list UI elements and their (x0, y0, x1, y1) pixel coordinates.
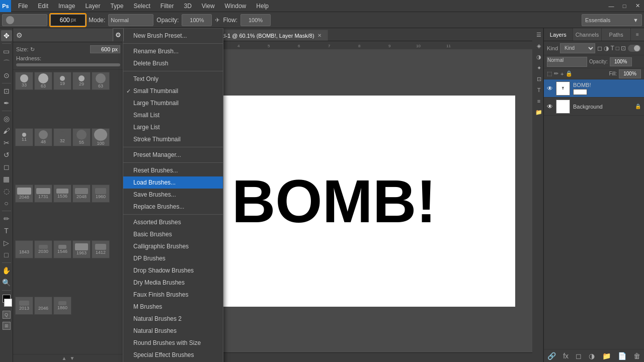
brush-preset[interactable]: 1843 (15, 240, 33, 258)
crop-tool[interactable]: ⊡ (1, 85, 12, 97)
brush-preset[interactable]: 48 (34, 128, 52, 146)
tab-paths[interactable]: Paths (602, 28, 631, 41)
adjustments-icon[interactable]: ◑ (534, 52, 543, 61)
ctx-basic-brushes[interactable]: Basic Brushes (123, 228, 223, 240)
brush-preset[interactable]: 1412 (92, 240, 110, 258)
menu-file[interactable]: File (13, 0, 33, 12)
lock-icon-position[interactable]: + (560, 71, 564, 77)
brush-panel-gear[interactable]: ⚙ (113, 28, 124, 41)
filter-toggle-switch[interactable] (628, 45, 641, 52)
kind-filter-select[interactable]: Kind (560, 43, 595, 53)
new-group-button[interactable]: 📁 (602, 352, 611, 360)
ctx-rename-brush[interactable]: Rename Brush... (123, 45, 223, 57)
opacity-input[interactable] (610, 57, 632, 66)
menu-image[interactable]: Image (53, 0, 80, 12)
channels-icon[interactable]: ◈ (534, 41, 543, 50)
spot-heal-tool[interactable]: ◎ (1, 113, 12, 124)
brush-preset[interactable]: 29 (72, 72, 91, 90)
brush-preset[interactable]: 1860 (53, 297, 71, 315)
menu-help[interactable]: Help (251, 0, 274, 12)
tool-preset[interactable] (2, 14, 47, 26)
brush-preset[interactable]: 2030 (34, 240, 52, 258)
tab-channels[interactable]: Channels (573, 28, 602, 41)
brush-preset[interactable]: 32 (53, 128, 71, 146)
layer-item-background[interactable]: 👁 Background 🔒 (544, 98, 644, 116)
ctx-new-brush-preset[interactable]: New Brush Preset... (123, 30, 223, 42)
menu-select[interactable]: Select (128, 0, 155, 12)
brush-tool[interactable]: 🖌 (1, 125, 12, 136)
ctx-dp-brushes[interactable]: DP Brushes (123, 252, 223, 264)
menu-view[interactable]: View (197, 0, 220, 12)
size-sync-icon[interactable]: ↻ (30, 46, 35, 53)
ctx-faux-finish-brushes[interactable]: Faux Finish Brushes (123, 289, 223, 301)
brush-preset[interactable]: 100 (92, 128, 110, 146)
ctx-load-brushes[interactable]: Load Brushes... (123, 176, 223, 189)
ctx-natural-brushes-2[interactable]: Natural Brushes 2 (123, 313, 223, 325)
menu-type[interactable]: Type (105, 0, 128, 12)
path-select-tool[interactable]: ▷ (1, 237, 12, 248)
smartobj-filter-icon[interactable]: ⊡ (621, 45, 626, 52)
brush-preset[interactable]: 2013 (15, 297, 33, 315)
brush-preset[interactable]: 2048 (72, 185, 91, 203)
layer-visibility-bomb[interactable]: 👁 (547, 85, 553, 92)
brush-scroll-down[interactable]: ▼ (70, 355, 75, 361)
close-button[interactable]: ✕ (631, 0, 644, 12)
ctx-stroke-thumbnail[interactable]: Stroke Thumbnail (123, 133, 223, 145)
ctx-m-brushes[interactable]: M Brushes (123, 301, 223, 313)
add-style-button[interactable]: fx (563, 352, 569, 360)
lock-icon-pixels[interactable]: ✏ (554, 70, 558, 77)
ctx-save-brushes[interactable]: Save Brushes... (123, 189, 223, 201)
menu-edit[interactable]: Edit (33, 0, 53, 12)
zoom-tool[interactable]: 🔍 (1, 277, 12, 288)
hardness-slider[interactable] (16, 63, 120, 66)
brush-preset[interactable]: 1731 (34, 185, 52, 203)
brush-preset[interactable]: 63 (34, 72, 52, 90)
background-color[interactable] (4, 299, 12, 307)
brush-preset[interactable]: 1546 (53, 240, 71, 258)
link-layers-button[interactable]: 🔗 (547, 352, 556, 360)
ctx-small-thumbnail[interactable]: Small Thumbnail (123, 85, 223, 97)
marquee-tool[interactable]: ▭ (1, 46, 12, 57)
ctx-special-effect-brushes[interactable]: Special Effect Brushes (123, 349, 223, 361)
pen-tool[interactable]: ✏ (1, 213, 12, 224)
eyedropper-tool[interactable]: ✒ (1, 98, 12, 109)
ctx-natural-brushes[interactable]: Natural Brushes (123, 325, 223, 337)
ctx-calligraphic-brushes[interactable]: Calligraphic Brushes (123, 240, 223, 252)
brush-preset[interactable]: 1536 (53, 185, 71, 203)
menu-filter[interactable]: Filter (155, 0, 179, 12)
ctx-assorted-brushes[interactable]: Assorted Brushes (123, 216, 223, 228)
size-input[interactable] (90, 45, 120, 53)
styles-icon[interactable]: ✦ (534, 63, 543, 72)
brush-preset[interactable]: 11 (15, 128, 33, 146)
adjustment-filter-icon[interactable]: ◑ (604, 45, 609, 52)
mode-select[interactable]: Normal (108, 14, 153, 26)
pixel-filter-icon[interactable]: ◻ (597, 45, 602, 52)
lock-icon-transparent[interactable]: ⬚ (547, 70, 552, 77)
brush-preset[interactable]: 2048 (15, 185, 33, 203)
type-icon[interactable]: T (534, 85, 543, 95)
opacity-value[interactable]: 100% (182, 14, 212, 26)
brush-preset[interactable]: 33 (15, 72, 33, 90)
brush-preset[interactable]: 19 (53, 72, 71, 90)
tab-close-2[interactable]: ✕ (317, 33, 321, 38)
lock-icon-all[interactable]: 🔒 (566, 70, 573, 77)
new-fill-layer-button[interactable]: ◑ (589, 352, 595, 360)
brush-preset[interactable]: 2046 (34, 297, 52, 315)
layers-icon[interactable]: ☰ (534, 30, 543, 39)
ctx-large-thumbnail[interactable]: Large Thumbnail (123, 97, 223, 109)
ctx-delete-brush[interactable]: Delete Brush (123, 57, 223, 69)
lasso-tool[interactable]: ⌒ (1, 58, 12, 69)
brush-preset[interactable]: 63 (92, 72, 110, 90)
tab-layers[interactable]: Layers (544, 28, 573, 41)
menu-3d[interactable]: 3D (179, 0, 196, 12)
layer-visibility-background[interactable]: 👁 (547, 103, 553, 110)
add-mask-button[interactable]: ◻ (576, 352, 582, 360)
dodge-tool[interactable]: ○ (1, 198, 12, 209)
align-icon[interactable]: ≡ (534, 97, 543, 106)
menu-window[interactable]: Window (220, 0, 252, 12)
delete-layer-button[interactable]: 🗑 (633, 352, 640, 360)
transform-icon[interactable]: ⊡ (534, 74, 543, 83)
brush-preset[interactable]: 1960 (92, 185, 110, 203)
ctx-reset-brushes[interactable]: Reset Brushes... (123, 164, 223, 176)
menu-layer[interactable]: Layer (80, 0, 105, 12)
